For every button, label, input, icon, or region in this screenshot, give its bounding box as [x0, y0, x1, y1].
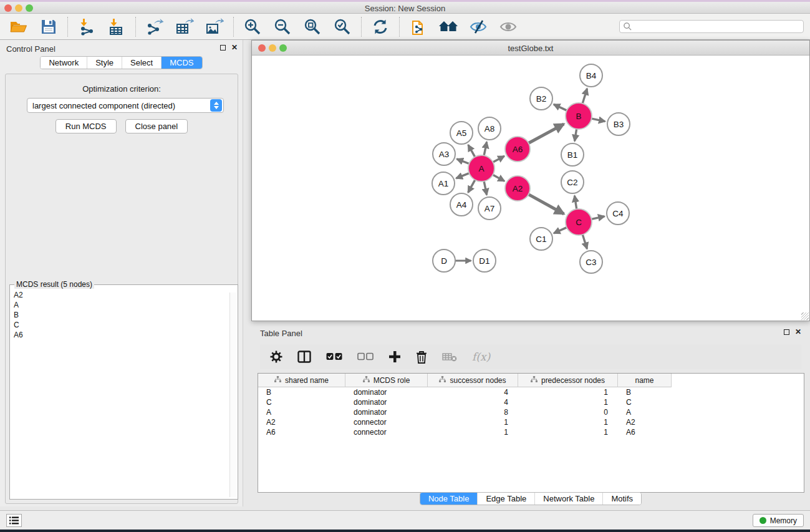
graph-edge-A-A4[interactable]	[468, 180, 475, 192]
table-cell[interactable]: connector	[345, 428, 428, 437]
graph-node-A2[interactable]: A2	[505, 176, 530, 201]
table-row[interactable]: A6connector11A6	[258, 427, 804, 437]
zoom-out-icon[interactable]	[272, 17, 292, 37]
home-icon[interactable]	[438, 17, 458, 37]
graph-node-B3[interactable]: B3	[607, 113, 630, 135]
graph-node-B2[interactable]: B2	[530, 87, 552, 110]
tab-network-table[interactable]: Network Table	[534, 493, 602, 505]
graph-node-B1[interactable]: B1	[561, 143, 584, 166]
table-cell[interactable]: 4	[428, 398, 518, 407]
graph-edge-B-B4[interactable]	[582, 89, 587, 104]
network-graph[interactable]: AA1A2A3A4A5A6A7A8BB1B2B3B4CC1C2C3C4DD1	[252, 56, 809, 321]
checked-boxes-icon[interactable]	[326, 348, 342, 365]
export-table-icon[interactable]	[175, 17, 195, 37]
graph-node-D[interactable]: D	[433, 249, 455, 272]
graph-edge-B-B2[interactable]	[554, 104, 567, 110]
graph-node-A6[interactable]: A6	[505, 137, 530, 162]
mcds-result-item[interactable]: A2	[14, 290, 238, 300]
table-cell[interactable]: A2	[258, 418, 345, 427]
plus-icon[interactable]	[388, 348, 401, 365]
import-network-icon[interactable]	[77, 17, 97, 37]
criterion-dropdown[interactable]: largest connected component (directed)	[27, 98, 224, 113]
scrollbar-track[interactable]	[229, 293, 236, 497]
function-icon[interactable]: f(x)	[472, 348, 490, 365]
graph-node-C1[interactable]: C1	[530, 228, 552, 250]
graph-edge-C-C3[interactable]	[582, 235, 587, 249]
graph-node-B4[interactable]: B4	[580, 64, 602, 87]
import-table-icon[interactable]	[107, 17, 127, 37]
table-cell[interactable]: dominator	[345, 388, 428, 397]
table-cell[interactable]: 1	[518, 388, 618, 397]
table-cell[interactable]: A2	[618, 418, 672, 427]
table-cell[interactable]: 4	[428, 388, 518, 397]
graph-edge-C-C1[interactable]	[554, 228, 567, 233]
network-canvas[interactable]: AA1A2A3A4A5A6A7A8BB1B2B3B4CC1C2C3C4DD1	[252, 56, 809, 321]
graph-node-B[interactable]: B	[566, 103, 592, 129]
table-cell[interactable]: 1	[518, 428, 618, 437]
hide-eye-icon[interactable]	[468, 17, 488, 37]
graph-node-D1[interactable]: D1	[473, 249, 496, 272]
column-header-successor-nodes[interactable]: successor nodes	[428, 374, 518, 387]
mcds-result-item[interactable]: A	[14, 300, 238, 310]
float-panel-icon[interactable]	[220, 45, 226, 51]
delete-table-icon[interactable]	[442, 348, 457, 365]
graph-node-A[interactable]: A	[468, 155, 494, 181]
tab-select[interactable]: Select	[122, 57, 161, 69]
table-cell[interactable]: A	[258, 408, 345, 417]
graph-node-A7[interactable]: A7	[478, 197, 501, 220]
graph-edge-A-A8[interactable]	[484, 142, 486, 156]
graph-edge-B-B3[interactable]	[592, 118, 605, 121]
graph-edge-A-A7[interactable]	[484, 181, 486, 195]
zoom-in-icon[interactable]	[243, 17, 263, 37]
column-header-MCDS-role[interactable]: MCDS role	[345, 374, 428, 387]
show-eye-icon[interactable]	[498, 17, 518, 37]
close-panel-button[interactable]: Close panel	[125, 119, 188, 133]
graph-edge-A6-B[interactable]	[529, 124, 564, 143]
table-row[interactable]: A2connector11A2	[258, 417, 804, 427]
search-field[interactable]	[619, 20, 804, 33]
refresh-icon[interactable]	[370, 17, 390, 37]
graph-edge-B-B1[interactable]	[575, 129, 577, 141]
graph-node-C2[interactable]: C2	[561, 171, 584, 193]
run-mcds-button[interactable]: Run MCDS	[55, 119, 117, 133]
table-cell[interactable]: 1	[428, 418, 518, 427]
save-session-icon[interactable]	[39, 17, 59, 37]
graph-node-C3[interactable]: C3	[580, 251, 602, 273]
graph-edge-A-A2[interactable]	[493, 175, 504, 181]
table-cell[interactable]: 1	[518, 398, 618, 407]
split-column-icon[interactable]	[297, 348, 311, 365]
table-cell[interactable]: B	[618, 388, 672, 397]
table-row[interactable]: Bdominator41B	[258, 387, 804, 397]
close-panel-icon[interactable]: ✕	[795, 329, 801, 335]
mcds-result-item[interactable]: B	[14, 310, 238, 320]
graph-edge-A-A5[interactable]	[468, 145, 475, 157]
graph-node-A8[interactable]: A8	[478, 117, 501, 140]
column-header-name[interactable]: name	[618, 374, 672, 387]
graph-edge-C-C4[interactable]	[591, 216, 604, 220]
graph-node-A5[interactable]: A5	[450, 122, 473, 144]
table-row[interactable]: Adominator80A	[258, 407, 804, 417]
table-cell[interactable]: dominator	[345, 408, 428, 417]
close-panel-icon[interactable]: ✕	[231, 44, 238, 51]
table-cell[interactable]: 8	[428, 408, 518, 417]
network-window-titlebar[interactable]: testGlobe.txt	[252, 41, 809, 56]
unchecked-boxes-icon[interactable]	[357, 348, 374, 365]
graph-node-A1[interactable]: A1	[432, 172, 455, 195]
table-cell[interactable]: dominator	[345, 398, 428, 407]
graph-node-A3[interactable]: A3	[433, 143, 455, 165]
graph-edge-A2-C[interactable]	[529, 195, 564, 214]
table-cell[interactable]: A6	[618, 428, 672, 437]
tab-style[interactable]: Style	[87, 57, 122, 69]
graph-node-C4[interactable]: C4	[607, 202, 629, 225]
zoom-fit-icon[interactable]	[302, 17, 322, 37]
table-cell[interactable]: A	[618, 408, 672, 417]
graph-node-C[interactable]: C	[566, 209, 592, 235]
tab-node-table[interactable]: Node Table	[420, 493, 478, 505]
memory-button[interactable]: Memory	[753, 514, 804, 527]
tab-edge-table[interactable]: Edge Table	[477, 493, 534, 505]
graph-edge-C-C2[interactable]	[574, 196, 576, 209]
table-cell[interactable]: 1	[428, 428, 518, 437]
table-cell[interactable]: C	[258, 398, 345, 407]
graph-edge-A-A1[interactable]	[456, 173, 470, 178]
export-image-icon[interactable]	[205, 17, 224, 37]
